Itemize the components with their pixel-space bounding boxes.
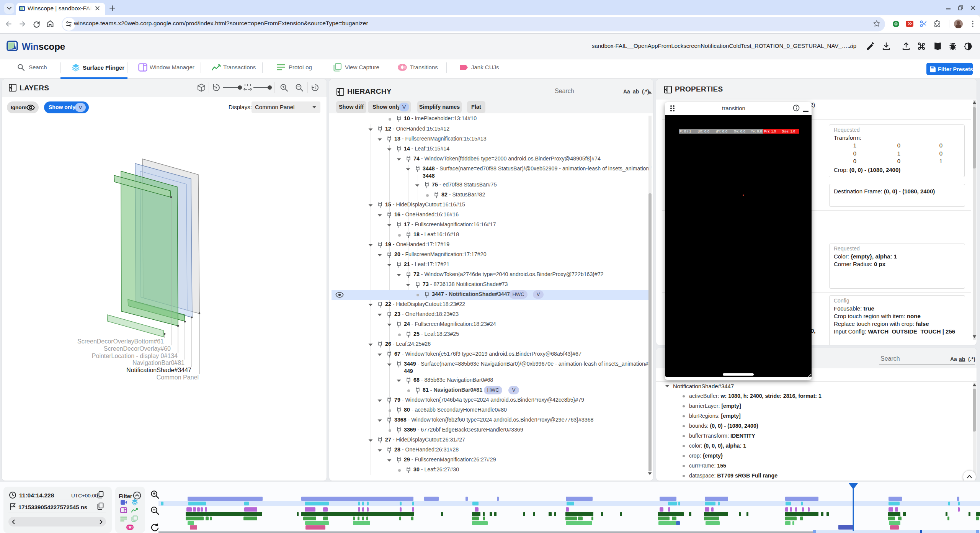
svg-text:Common Panel: Common Panel — [157, 374, 199, 381]
svg-text:PointerLocation - display 0#13: PointerLocation - display 0#134 — [92, 353, 178, 359]
svg-text:NotificationShade#3447: NotificationShade#3447 — [126, 367, 191, 373]
svg-text:ScreenDecorOverlay#60: ScreenDecorOverlay#60 — [104, 345, 171, 352]
svg-text:ScreenDecorOverlayBottom#61: ScreenDecorOverlayBottom#61 — [77, 338, 164, 345]
svg-text:NavigationBar0#81: NavigationBar0#81 — [132, 360, 185, 366]
